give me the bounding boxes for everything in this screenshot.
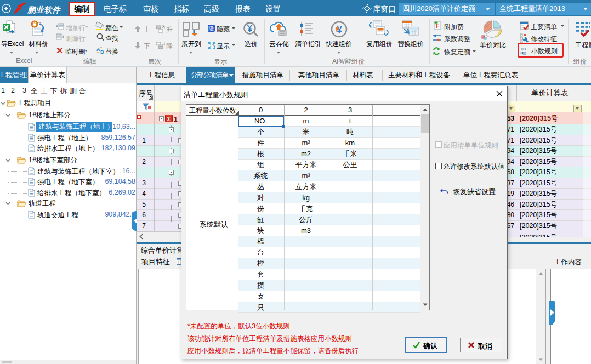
svg-text:¥: ¥ bbox=[33, 21, 36, 27]
svg-text:A: A bbox=[96, 47, 100, 52]
svg-text:B: B bbox=[100, 49, 104, 54]
